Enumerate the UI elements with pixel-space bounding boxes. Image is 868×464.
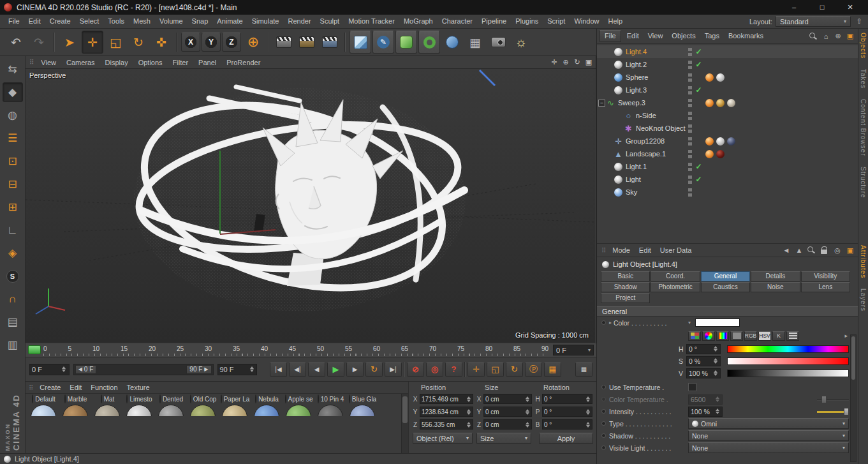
attribute-tab[interactable]: Basic <box>601 271 650 281</box>
camera-icon[interactable] <box>487 31 509 54</box>
search-icon[interactable] <box>809 32 819 41</box>
object-name[interactable]: Sweep.3 <box>618 99 645 107</box>
expander-icon[interactable] <box>616 125 623 132</box>
record-button[interactable]: ⊘ <box>407 363 424 377</box>
loop-mode-button[interactable]: ↻ <box>365 363 383 377</box>
tag-icon[interactable] <box>727 188 735 197</box>
key-position-button[interactable]: ✛ <box>467 363 485 377</box>
tag-icon[interactable] <box>716 48 725 56</box>
object-manager-menu-item[interactable]: File <box>600 30 621 42</box>
material-thumbnail[interactable] <box>254 405 279 416</box>
attribute-menu-item[interactable]: Edit <box>635 244 656 257</box>
key-scale-button[interactable]: ◱ <box>487 363 504 377</box>
value-input[interactable]: 100 % <box>686 368 721 378</box>
material-item[interactable]: Dented <box>156 395 187 403</box>
spectrum-picker-button[interactable] <box>716 331 729 341</box>
size-mode-select[interactable]: Size▾ <box>476 433 531 444</box>
hue-gradient-bar[interactable] <box>727 345 849 353</box>
object-row[interactable]: − ∿ Sweep.3 <box>597 96 858 109</box>
material-item[interactable]: Limesto <box>124 395 155 403</box>
expander-icon[interactable] <box>606 49 613 56</box>
spinner[interactable] <box>61 364 67 375</box>
size-x-input[interactable]: 0 cm <box>483 394 532 404</box>
material-item[interactable]: 10 Pin 4 <box>315 395 346 403</box>
keyframe-dot[interactable] <box>601 397 606 401</box>
spinner[interactable] <box>585 394 591 403</box>
visibility-toggles[interactable] <box>688 73 692 82</box>
visibility-toggles[interactable] <box>688 61 692 69</box>
workplane-mode-icon[interactable]: ☰ <box>3 128 23 148</box>
saturation-input[interactable]: 0 % <box>686 356 721 366</box>
value-gradient-bar[interactable] <box>727 370 849 377</box>
material-thumbnail[interactable] <box>286 405 311 416</box>
swatches-picker-button[interactable] <box>688 331 701 341</box>
color-wheel-button[interactable] <box>702 331 715 341</box>
visibility-toggles[interactable] <box>688 150 692 158</box>
layout-select[interactable]: Standard ▾ <box>776 16 851 27</box>
object-name[interactable]: Light.3 <box>626 86 647 94</box>
expand-picker-icon[interactable]: ▸ <box>844 333 848 339</box>
panel-menu-icon[interactable]: ▣ <box>845 245 855 255</box>
object-name[interactable]: Light.4 <box>626 48 647 56</box>
spinner[interactable] <box>466 407 471 416</box>
tag-icon[interactable] <box>716 137 725 146</box>
menubar-item[interactable]: Help <box>604 15 628 28</box>
tag-icon[interactable] <box>727 150 735 158</box>
enabled-check-icon[interactable]: ✓ <box>695 60 703 69</box>
material-thumbnail[interactable] <box>94 405 120 416</box>
transport-separator[interactable] <box>464 362 466 377</box>
object-row[interactable]: ✛ Group12208 <box>597 135 858 147</box>
visibility-toggles[interactable] <box>688 137 692 146</box>
visibility-toggles[interactable] <box>688 188 692 197</box>
toolbar-separator[interactable] <box>268 33 269 52</box>
object-name[interactable]: Light.1 <box>626 163 647 170</box>
spinner[interactable] <box>524 407 530 416</box>
menubar-item[interactable]: Create <box>45 15 75 28</box>
subdivision-surface-icon[interactable] <box>395 31 417 54</box>
spinner[interactable] <box>249 364 254 375</box>
lock-x-axis-icon[interactable]: X <box>181 33 200 52</box>
menubar-item[interactable]: Character <box>438 15 477 28</box>
enabled-check-icon[interactable]: ✓ <box>695 175 703 184</box>
snapping-icon[interactable]: ∩ <box>3 289 23 309</box>
spinner[interactable] <box>524 394 530 403</box>
zoom-view-icon[interactable]: ⊕ <box>561 57 571 68</box>
rotation-h-input[interactable]: 0 ° <box>542 394 592 404</box>
spinner[interactable] <box>585 407 591 416</box>
pan-view-icon[interactable]: ✛ <box>549 57 559 68</box>
object-row[interactable]: Light.1 ✓ <box>597 160 858 173</box>
tag-icon[interactable] <box>716 188 725 197</box>
viewport-canvas[interactable]: Perspective Grid Spacing : 1000 cm <box>26 69 595 343</box>
material-thumbnail[interactable] <box>31 405 56 416</box>
toggle-layout-icon[interactable]: ▣ <box>584 57 594 68</box>
lock-icon[interactable] <box>820 246 830 255</box>
material-item[interactable]: Blue Gla <box>347 395 378 403</box>
material-item[interactable]: Marble <box>60 395 91 403</box>
preview-range-slider[interactable]: ◀ 0 F 90 F ▶ <box>73 364 214 375</box>
spinner[interactable] <box>712 369 718 378</box>
spinner[interactable] <box>524 420 530 429</box>
make-editable-icon[interactable]: ⇆ <box>3 59 23 79</box>
panel-grip-icon[interactable]: ⠿ <box>27 384 35 391</box>
prev-key-button[interactable]: ◀| <box>289 363 306 377</box>
keyframe-dot[interactable] <box>601 320 606 325</box>
keyframe-dot[interactable] <box>601 421 606 426</box>
dock-tab[interactable]: Content Browser <box>860 99 867 156</box>
object-name[interactable]: Sky <box>626 188 637 196</box>
move-tool-icon[interactable]: ✛ <box>82 31 103 54</box>
menubar-item[interactable]: Simulate <box>247 15 284 28</box>
key-pla-button[interactable]: ▦ <box>544 363 561 377</box>
object-row[interactable]: Sphere <box>597 71 858 84</box>
attribute-tab[interactable]: Visibility <box>801 271 850 281</box>
tag-icon[interactable] <box>727 99 735 107</box>
position-z-input[interactable]: 556.335 cm <box>420 419 473 430</box>
menubar-item[interactable]: Motion Tracker <box>344 15 399 28</box>
disclosure-icon[interactable]: ▸ <box>609 320 612 326</box>
material-item[interactable]: Paper La <box>219 395 251 403</box>
undo-icon[interactable]: ↶ <box>5 31 27 54</box>
object-name[interactable]: Group12208 <box>626 137 665 145</box>
tag-icon[interactable] <box>716 124 725 133</box>
material-item[interactable]: Old Cop <box>188 395 219 403</box>
position-x-input[interactable]: 1715.469 cm <box>420 394 473 404</box>
object-row[interactable]: ✱ NeoKnot Object <box>597 122 858 135</box>
